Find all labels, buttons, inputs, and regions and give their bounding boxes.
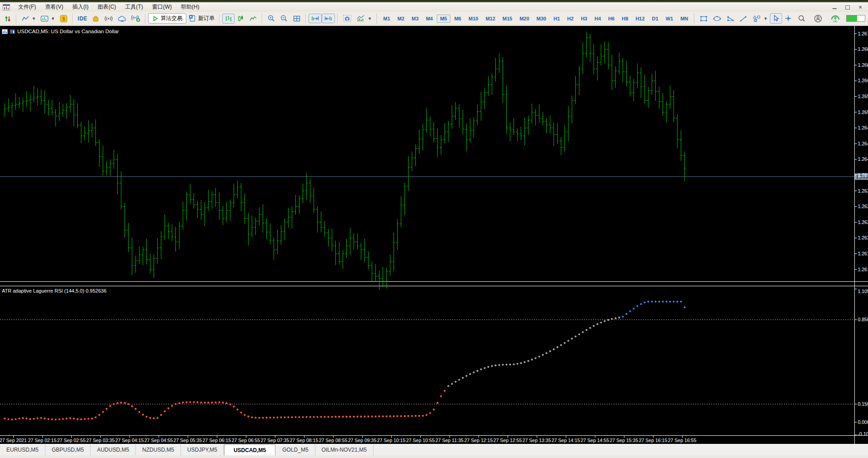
timeframe-h2[interactable]: H2 — [564, 15, 577, 23]
draw-objects-button[interactable]: ▼ — [750, 14, 770, 24]
draw-triangle-button[interactable] — [724, 14, 737, 24]
chart-window-button[interactable]: ▼ — [38, 14, 57, 24]
zoom-in-button[interactable] — [265, 13, 278, 24]
timeframe-m10[interactable]: M10 — [465, 15, 481, 23]
pane-borders — [0, 25, 868, 444]
chart-canvas[interactable]: 1.263771.267201.266801.266401.266001.265… — [0, 25, 868, 444]
timeframe-h12[interactable]: H12 — [632, 15, 648, 23]
restore-button[interactable] — [844, 5, 851, 10]
app-icon[interactable] — [3, 4, 10, 10]
indicator-axis-label: 1.105000 — [858, 289, 868, 294]
symbol-tab[interactable]: USDJPY,M5 — [181, 444, 224, 455]
price-axis-label: 1.26720 — [858, 31, 868, 36]
timeframe-d1[interactable]: D1 — [649, 15, 662, 23]
market-button[interactable] — [90, 13, 102, 24]
connection-level-fill — [847, 15, 857, 21]
news-broadcast-button[interactable] — [129, 13, 143, 24]
symbol-tab[interactable]: AUDUSD,M5 — [90, 444, 136, 455]
timeframe-m6[interactable]: M6 — [451, 15, 464, 23]
timeframe-h3[interactable]: H3 — [578, 15, 590, 23]
cursor-icon — [772, 15, 780, 22]
time-axis-label: 27 Sep 14:55 — [581, 438, 609, 443]
trade-arrows-button[interactable] — [2, 14, 14, 24]
search-button[interactable] — [795, 13, 808, 24]
symbol-tab[interactable]: OILMn-NOV21,M5 — [315, 444, 374, 455]
ide-button[interactable]: IDE — [75, 14, 90, 23]
toolbar-separator — [337, 14, 338, 24]
svg-text:$: $ — [62, 16, 65, 21]
menu-item[interactable]: 帮助(H) — [176, 2, 204, 12]
timeframe-m15[interactable]: M15 — [499, 15, 515, 23]
new-order-button[interactable]: 新订单 — [186, 13, 217, 24]
menu-item[interactable]: 图表(C) — [93, 2, 121, 12]
time-axis-label: 27 Sep 08:55 — [319, 438, 348, 443]
chevron-down-icon: ▼ — [368, 16, 372, 21]
shift-chart-end-button[interactable] — [309, 14, 322, 23]
indicators-button[interactable]: ▼ — [354, 14, 374, 24]
search-icon — [798, 15, 806, 22]
candlestick-style-button[interactable] — [234, 14, 247, 24]
time-axis[interactable]: 27 Sep 202127 Sep 02:1527 Sep 02:5527 Se… — [0, 436, 696, 443]
tile-windows-button[interactable] — [290, 14, 303, 24]
toolbar-separator — [376, 14, 377, 24]
draw-ellipse-button[interactable] — [710, 14, 724, 24]
indicator-level-lines — [0, 320, 854, 404]
symbol-tab[interactable]: GBPUSD,M5 — [45, 444, 91, 455]
chart-profile-button[interactable]: ▼ — [19, 14, 38, 24]
timeframe-m4[interactable]: M4 — [423, 15, 436, 23]
draw-rectangle-button[interactable] — [697, 14, 710, 24]
market-watch-button[interactable]: $ — [57, 13, 70, 24]
screenshot-button[interactable] — [340, 13, 354, 24]
ohlc-bars-icon — [224, 15, 232, 22]
timeframe-m12[interactable]: M12 — [482, 15, 498, 23]
cursor-button[interactable] — [770, 13, 782, 24]
timeframe-m2[interactable]: M2 — [394, 15, 408, 23]
timeframe-h8[interactable]: H8 — [619, 15, 631, 23]
bar-chart-style-button[interactable] — [222, 14, 234, 24]
indicator-axis-label: 0.150000 — [858, 401, 868, 407]
symbol-tab[interactable]: NZDUSD,M5 — [136, 444, 181, 455]
timeframe-h1[interactable]: H1 — [550, 15, 563, 23]
timeframe-m1[interactable]: M1 — [380, 15, 393, 23]
timeframe-mn[interactable]: MN — [677, 15, 691, 23]
shift-chart-start-button[interactable] — [322, 14, 335, 23]
signals-button[interactable] — [102, 14, 115, 24]
svg-text:LVL: LVL — [833, 20, 838, 23]
price-axis-label: 1.26680 — [858, 46, 868, 52]
symbol-tab[interactable]: GOLD_M5 — [276, 444, 315, 455]
shapes-group-icon — [753, 15, 761, 22]
shift-start-icon — [324, 15, 333, 22]
close-button[interactable]: × — [857, 5, 863, 10]
algo-trading-button[interactable]: 算法交易 — [148, 13, 186, 24]
price-axis-label: 1.26560 — [858, 94, 868, 99]
draw-trendline-button[interactable] — [737, 14, 750, 24]
symbol-tab-active[interactable]: USDCAD,M5 — [224, 444, 275, 455]
timeframe-m20[interactable]: M20 — [516, 15, 532, 23]
indicator-axis[interactable]: 1.1050000.8500000.1500000.000000-0.10500… — [855, 289, 868, 437]
ellipse-shape-icon — [713, 15, 722, 22]
timeframe-h6[interactable]: H6 — [605, 15, 618, 23]
vps-button[interactable] — [115, 14, 129, 24]
time-axis-label: 27 Sep 14:15 — [552, 438, 580, 443]
menu-item[interactable]: 插入(I) — [68, 2, 93, 12]
chart-title-text: USDCAD,M5: US Dollar vs Canadian Dollar — [17, 29, 119, 34]
line-chart-style-button[interactable] — [247, 14, 259, 24]
symbol-tab[interactable]: EURUSD,M5 — [0, 444, 45, 455]
timeframe-m30[interactable]: M30 — [534, 15, 549, 23]
menu-item[interactable]: 工具(T) — [120, 2, 147, 12]
price-axis-label: 1.26440 — [858, 141, 868, 146]
support-button[interactable] — [812, 13, 824, 24]
minimize-button[interactable] — [832, 5, 838, 10]
crosshair-button[interactable] — [782, 13, 794, 24]
menu-item[interactable]: 窗口(W) — [148, 2, 176, 12]
timeframe-h4[interactable]: H4 — [591, 15, 604, 23]
time-axis-label: 27 Sep 07:35 — [261, 438, 289, 443]
timeframe-m5[interactable]: M5 — [437, 15, 450, 23]
menu-item[interactable]: 查看(V) — [40, 2, 68, 12]
level-up-button[interactable]: LVL — [828, 13, 843, 24]
zoom-out-button[interactable] — [278, 13, 290, 24]
timeframe-m3[interactable]: M3 — [409, 15, 422, 23]
timeframe-w1[interactable]: W1 — [663, 15, 677, 23]
price-axis[interactable]: 1.267201.266801.266401.266001.265601.265… — [855, 31, 868, 272]
menu-item[interactable]: 文件(F) — [14, 2, 40, 12]
